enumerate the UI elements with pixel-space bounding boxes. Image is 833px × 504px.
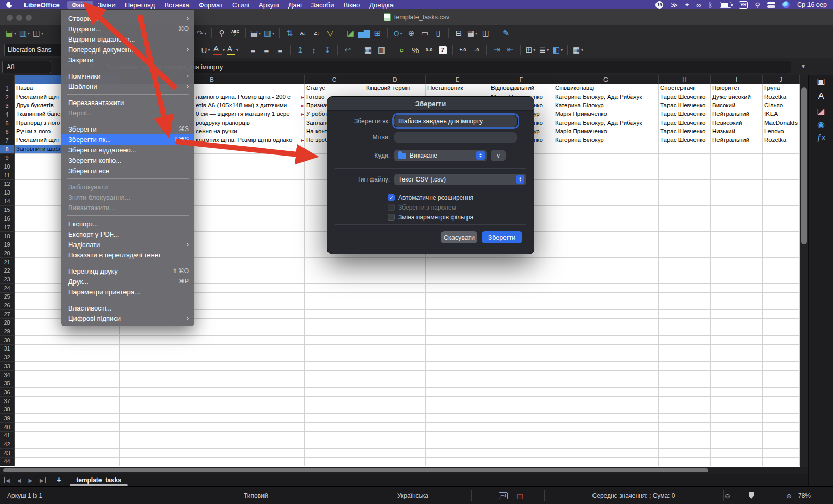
cell-D26[interactable]: [364, 301, 426, 310]
row-header-11[interactable]: 11: [0, 171, 15, 180]
cell-G33[interactable]: [553, 362, 659, 371]
cell-H10[interactable]: [659, 162, 711, 171]
cell-I8[interactable]: [711, 145, 763, 154]
cell-I18[interactable]: [711, 232, 763, 241]
cell-E35[interactable]: [426, 379, 489, 388]
cell-I42[interactable]: [711, 440, 763, 449]
cell-H14[interactable]: [659, 197, 711, 206]
cell-J22[interactable]: [763, 266, 800, 275]
insert-image-icon[interactable]: ◪: [344, 27, 357, 40]
cell-E43[interactable]: [426, 449, 489, 458]
cell-B40[interactable]: [120, 423, 305, 432]
cell-I40[interactable]: [711, 423, 763, 432]
cell-C44[interactable]: [305, 458, 364, 467]
cell-G36[interactable]: [553, 388, 659, 397]
cell-A37[interactable]: [15, 397, 120, 406]
formula-input[interactable]: Заповнити шаблон завдань для імпорту: [102, 61, 791, 73]
cell-H5[interactable]: Тарас Шевченко: [659, 119, 711, 128]
cell-F21[interactable]: [489, 258, 553, 267]
cell-G13[interactable]: [553, 188, 659, 197]
cell-J4[interactable]: IKEA: [763, 110, 800, 119]
cell-G5[interactable]: Катерина Білокур, Ада Рибачук: [553, 119, 659, 128]
cell-C38[interactable]: [305, 405, 364, 414]
screenshot-app-icon[interactable]: ⌖: [685, 1, 689, 9]
select-all-corner[interactable]: [0, 75, 15, 84]
cell-C35[interactable]: [305, 379, 364, 388]
cell-C36[interactable]: [305, 388, 364, 397]
add-sheet-button[interactable]: +: [57, 475, 61, 485]
cell-A42[interactable]: [15, 440, 120, 449]
cell-I19[interactable]: [711, 240, 763, 249]
cell-A40[interactable]: [15, 423, 120, 432]
cell-G40[interactable]: [553, 423, 659, 432]
tags-input[interactable]: [394, 132, 517, 143]
file-menu-item-4[interactable]: Попередні документи›: [61, 44, 194, 55]
cell-H32[interactable]: [659, 353, 711, 362]
row-header-42[interactable]: 42: [0, 440, 15, 449]
cell-A30[interactable]: [15, 336, 120, 345]
find-replace-icon[interactable]: ⚲: [216, 27, 228, 40]
cell-E44[interactable]: [426, 458, 489, 467]
cell-J8[interactable]: [763, 145, 800, 154]
cell-E26[interactable]: [426, 301, 489, 310]
menubar-menu-2[interactable]: Зміни: [93, 1, 120, 9]
cell-E22[interactable]: [426, 266, 489, 275]
cell-H29[interactable]: [659, 327, 711, 336]
cell-D43[interactable]: [364, 449, 426, 458]
selection-stats[interactable]: Середнє значення: ; Сума: 0: [544, 487, 723, 504]
cell-C1[interactable]: Статус: [305, 84, 364, 93]
cell-B37[interactable]: [120, 397, 305, 406]
sort-icon[interactable]: ⇅: [283, 27, 296, 40]
cell-E31[interactable]: [426, 345, 489, 354]
insert-chart-icon[interactable]: ▅▇: [358, 27, 370, 40]
autofilter-icon[interactable]: ▽: [324, 27, 336, 40]
cell-G27[interactable]: [553, 310, 659, 319]
menubar-menu-4[interactable]: Вставка: [159, 1, 194, 9]
cell-J31[interactable]: [763, 345, 800, 354]
cell-F43[interactable]: [489, 449, 553, 458]
row-header-28[interactable]: 28: [0, 319, 15, 328]
cell-B36[interactable]: [120, 388, 305, 397]
functions-icon[interactable]: ƒx: [809, 131, 833, 145]
file-type-dropdown[interactable]: Текст CSV (.csv) ▲▼: [394, 174, 526, 185]
cell-A35[interactable]: [15, 379, 120, 388]
open-icon[interactable]: ▥: [18, 27, 31, 40]
cell-A33[interactable]: [15, 362, 120, 371]
percent-format-icon[interactable]: %: [409, 43, 422, 57]
row-header-44[interactable]: 44: [0, 458, 15, 467]
col-header-J[interactable]: J: [763, 75, 800, 84]
zoom-slider[interactable]: [731, 496, 785, 497]
cell-H1[interactable]: Спостерігачі: [659, 84, 711, 93]
cell-C30[interactable]: [305, 336, 364, 345]
file-menu-item-24[interactable]: Параметри принтера...: [61, 287, 194, 297]
cell-I12[interactable]: [711, 180, 763, 189]
cancel-button[interactable]: Скасувати: [441, 231, 477, 243]
cell-H40[interactable]: [659, 423, 711, 432]
row-header-6[interactable]: 6: [0, 127, 15, 136]
cell-B31[interactable]: [120, 345, 305, 354]
cell-H18[interactable]: [659, 232, 711, 241]
cell-F25[interactable]: [489, 293, 553, 302]
cell-J30[interactable]: [763, 336, 800, 345]
cell-I28[interactable]: [711, 319, 763, 328]
navigator-icon[interactable]: ◉: [809, 118, 833, 131]
cell-H38[interactable]: [659, 405, 711, 414]
cell-A41[interactable]: [15, 432, 120, 441]
cell-E38[interactable]: [426, 405, 489, 414]
menubar-menu-10[interactable]: Вікно: [338, 1, 364, 9]
cell-F27[interactable]: [489, 310, 553, 319]
cell-I38[interactable]: [711, 405, 763, 414]
cell-G38[interactable]: [553, 405, 659, 414]
cell-G32[interactable]: [553, 353, 659, 362]
decrease-indent-icon[interactable]: ⇤: [504, 43, 516, 57]
cell-I21[interactable]: [711, 258, 763, 267]
cell-D44[interactable]: [364, 458, 426, 467]
file-menu-item-2[interactable]: Відкрити...⌘O: [61, 23, 194, 34]
cell-B39[interactable]: [120, 414, 305, 423]
row-header-2[interactable]: 2: [0, 93, 15, 102]
cell-C41[interactable]: [305, 432, 364, 441]
cell-F23[interactable]: [489, 275, 553, 284]
row-header-38[interactable]: 38: [0, 405, 15, 414]
cell-E33[interactable]: [426, 362, 489, 371]
cell-E23[interactable]: [426, 275, 489, 284]
